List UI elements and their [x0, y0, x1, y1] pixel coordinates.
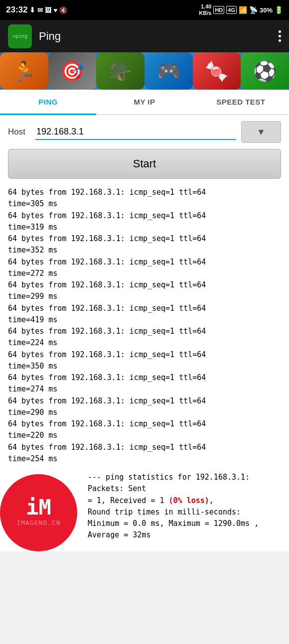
- host-label: Host: [8, 127, 30, 137]
- watermark-site-text: IMAGENO.CN: [16, 518, 60, 528]
- speed-indicator: 1.40KB/s: [199, 3, 211, 16]
- output-line-6: time=352 ms: [8, 245, 281, 256]
- battery-percent: 30%: [260, 6, 273, 14]
- app-title: Ping: [39, 30, 61, 43]
- output-line-24: time=254 ms: [8, 453, 281, 465]
- menu-dot-1: [279, 30, 281, 33]
- status-bar: 23:32 ⬇ ✉ 🖼 ♥ 🔇 1.40KB/s HD 4G 📶 📡 30% 🔋: [0, 0, 289, 20]
- output-line-1: 64 bytes from 192.168.3.1: icmp_seq=1 tt…: [8, 187, 281, 198]
- ad-banner[interactable]: 🏃 🎯 🪖 🎮 🍬 ⚽: [0, 52, 289, 90]
- ad-item-6[interactable]: ⚽: [241, 52, 289, 90]
- signal-icon: 📶: [239, 6, 247, 14]
- output-line-2: time=305 ms: [8, 198, 281, 210]
- download-icon: ⬇: [29, 6, 35, 14]
- watermark-inner: iM IMAGENO.CN: [16, 497, 60, 528]
- output-line-20: time=290 ms: [8, 407, 281, 418]
- menu-dot-2: [279, 35, 281, 37]
- host-input[interactable]: [35, 125, 236, 140]
- hd-badge: HD: [213, 6, 224, 14]
- output-line-4: time=319 ms: [8, 222, 281, 233]
- output-line-21: 64 bytes from 192.168.3.1: icmp_seq=1 tt…: [8, 418, 281, 430]
- summary-loss: (0% loss): [169, 496, 209, 505]
- app-icon: >ping: [8, 24, 32, 48]
- ad-icon-1: 🏃: [12, 60, 36, 82]
- host-row: Host ▼: [8, 121, 281, 143]
- ad-icon-6: ⚽: [253, 60, 277, 82]
- ad-item-4[interactable]: 🎮: [144, 52, 193, 90]
- status-right: 1.40KB/s HD 4G 📶 📡 30% 🔋: [199, 3, 283, 16]
- ad-item-5[interactable]: 🍬: [193, 52, 241, 90]
- output-line-17: 64 bytes from 192.168.3.1: icmp_seq=1 tt…: [8, 372, 281, 384]
- ad-item-3[interactable]: 🪖: [96, 52, 144, 90]
- host-dropdown[interactable]: ▼: [241, 121, 281, 143]
- output-line-14: time=224 ms: [8, 337, 281, 349]
- tab-ping[interactable]: PING: [0, 90, 96, 114]
- chevron-down-icon: ▼: [257, 127, 266, 137]
- start-button[interactable]: Start: [8, 149, 281, 179]
- photo-icon: 🖼: [45, 6, 51, 14]
- status-time: 23:32: [6, 5, 27, 15]
- output-line-7: 64 bytes from 192.168.3.1: icmp_seq=1 tt…: [8, 257, 281, 268]
- output-area: 64 bytes from 192.168.3.1: icmp_seq=1 tt…: [8, 186, 281, 466]
- output-line-15: 64 bytes from 192.168.3.1: icmp_seq=1 tt…: [8, 349, 281, 361]
- output-line-12: time=419 ms: [8, 314, 281, 326]
- output-line-8: time=272 ms: [8, 268, 281, 279]
- output-line-18: time=274 ms: [8, 384, 281, 395]
- 4g-badge: 4G: [226, 6, 237, 14]
- ad-item-1[interactable]: 🏃: [0, 52, 48, 90]
- output-line-23: 64 bytes from 192.168.3.1: icmp_seq=1 tt…: [8, 442, 281, 453]
- ad-icon-2: 🎯: [60, 60, 84, 82]
- message-icon: ✉: [37, 6, 43, 14]
- tab-my-ip[interactable]: MY IP: [96, 90, 192, 114]
- output-line-13: 64 bytes from 192.168.3.1: icmp_seq=1 tt…: [8, 326, 281, 337]
- tab-speed-test[interactable]: SPEED TEST: [193, 90, 289, 114]
- summary-area: iM IMAGENO.CN --- ping statistics for 19…: [0, 472, 289, 551]
- output-line-22: time=220 ms: [8, 430, 281, 441]
- status-left: 23:32 ⬇ ✉ 🖼 ♥ 🔇: [6, 5, 67, 15]
- output-line-11: 64 bytes from 192.168.3.1: icmp_seq=1 tt…: [8, 303, 281, 314]
- output-line-5: 64 bytes from 192.168.3.1: icmp_seq=1 tt…: [8, 233, 281, 245]
- watermark-im-text: iM: [26, 497, 51, 518]
- ad-icon-3: 🪖: [109, 60, 132, 82]
- wifi-icon: 📡: [249, 6, 258, 14]
- tab-bar: PING MY IP SPEED TEST: [0, 90, 289, 115]
- output-line-16: time=350 ms: [8, 361, 281, 372]
- output-line-19: 64 bytes from 192.168.3.1: icmp_seq=1 tt…: [8, 395, 281, 407]
- menu-button[interactable]: [279, 30, 281, 42]
- watermark: iM IMAGENO.CN: [0, 474, 77, 551]
- app-header-left: >ping Ping: [8, 24, 61, 48]
- heart-icon: ♥: [53, 6, 57, 14]
- ad-icon-5: 🍬: [205, 60, 228, 82]
- menu-dot-3: [279, 39, 281, 42]
- output-line-3: 64 bytes from 192.168.3.1: icmp_seq=1 tt…: [8, 210, 281, 222]
- ad-item-2[interactable]: 🎯: [48, 52, 97, 90]
- app-header: >ping Ping: [0, 20, 289, 52]
- ad-icon-4: 🎮: [157, 60, 180, 82]
- battery-icon: 🔋: [275, 6, 283, 14]
- output-line-9: 64 bytes from 192.168.3.1: icmp_seq=1 tt…: [8, 279, 281, 291]
- mute-icon: 🔇: [59, 6, 67, 14]
- main-content: Host ▼ Start 64 bytes from 192.168.3.1: …: [0, 115, 289, 472]
- output-line-10: time=299 ms: [8, 291, 281, 302]
